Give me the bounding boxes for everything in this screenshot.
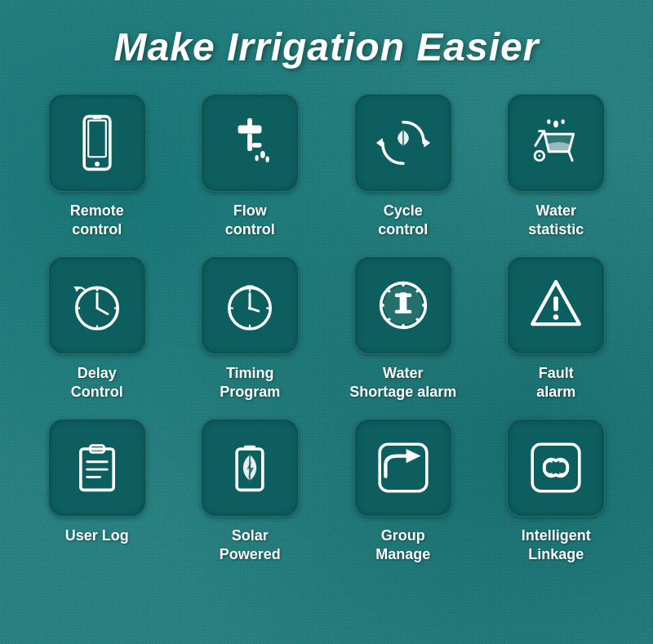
feature-water-statistic: Waterstatistic (492, 94, 621, 240)
link-icon (526, 438, 585, 497)
timing-program-label: TimingProgram (220, 364, 280, 402)
feature-timing-program: TimingProgram (186, 256, 315, 402)
svg-point-10 (266, 157, 269, 162)
water-statistic-icon-box (507, 94, 605, 192)
log-icon (68, 438, 127, 497)
svg-point-49 (388, 318, 391, 321)
svg-point-19 (562, 119, 565, 124)
intelligent-linkage-label: IntelligentLinkage (522, 526, 591, 565)
remote-control-icon-box (48, 94, 146, 192)
svg-point-9 (255, 155, 259, 161)
svg-point-50 (415, 318, 419, 321)
phone-icon (68, 113, 127, 172)
remote-control-label: Remotecontrol (70, 202, 124, 240)
feature-cycle-control: Cyclecontrol (339, 94, 468, 240)
cart-icon (526, 113, 585, 172)
feature-intelligent-linkage: IntelligentLinkage (492, 419, 621, 565)
user-log-icon-box (48, 419, 146, 517)
warning-icon (526, 276, 585, 335)
svg-point-53 (553, 314, 558, 319)
svg-rect-42 (395, 310, 411, 313)
cycle-control-icon-box (354, 94, 452, 192)
feature-remote-control: Remotecontrol (33, 94, 162, 240)
intelligent-linkage-icon-box (507, 419, 605, 517)
svg-rect-5 (247, 118, 252, 127)
page-title: Make Irrigation Easier (114, 24, 540, 69)
svg-point-8 (260, 151, 265, 158)
main-container: Make Irrigation Easier Remotecontrol (0, 0, 653, 644)
clock-icon (220, 276, 279, 335)
share-icon (374, 438, 433, 497)
flow-control-label: Flowcontrol (225, 202, 275, 240)
svg-point-2 (95, 162, 100, 167)
svg-point-43 (402, 282, 405, 286)
cycle-icon (374, 113, 433, 172)
user-log-label: User Log (65, 526, 129, 545)
svg-rect-52 (553, 296, 558, 311)
feature-fault-alarm: Faultalarm (492, 256, 621, 402)
svg-rect-63 (532, 444, 580, 491)
svg-point-33 (248, 306, 251, 309)
solar-powered-icon-box (201, 419, 299, 517)
solar-powered-label: SolarPowered (220, 526, 281, 565)
solar-icon (220, 438, 279, 497)
feature-group-manage: GroupManage (339, 419, 468, 565)
svg-marker-12 (376, 138, 383, 148)
features-grid: Remotecontrol (33, 94, 620, 564)
svg-point-18 (547, 119, 550, 124)
svg-line-13 (535, 131, 544, 146)
delay-control-icon-box (48, 256, 146, 354)
feature-water-shortage: WaterShortage alarm (339, 256, 468, 402)
water-statistic-label: Waterstatistic (528, 202, 584, 240)
flow-control-icon-box (201, 94, 299, 192)
shortage-icon (374, 276, 433, 335)
svg-point-47 (388, 290, 391, 293)
feature-solar-powered: SolarPowered (186, 419, 315, 565)
svg-point-48 (415, 290, 419, 293)
fault-alarm-icon-box (507, 256, 605, 354)
cycle-control-label: Cyclecontrol (378, 202, 428, 240)
fault-alarm-label: Faultalarm (536, 364, 575, 402)
svg-line-22 (97, 308, 108, 313)
svg-marker-61 (406, 449, 420, 463)
timing-program-icon-box (201, 256, 299, 354)
feature-user-log: User Log (33, 419, 162, 565)
faucet-icon (220, 113, 279, 172)
svg-rect-60 (244, 445, 255, 450)
group-manage-label: GroupManage (375, 526, 430, 565)
group-manage-icon-box (354, 419, 452, 517)
delay-clock-icon (68, 276, 127, 335)
svg-point-15 (539, 154, 541, 157)
water-shortage-label: WaterShortage alarm (349, 364, 456, 402)
delay-control-label: DelayControl (71, 364, 123, 402)
svg-rect-7 (252, 143, 262, 148)
svg-point-44 (402, 324, 405, 327)
svg-rect-41 (395, 293, 411, 296)
water-shortage-icon-box (354, 256, 452, 354)
svg-line-16 (569, 152, 572, 161)
svg-rect-1 (88, 121, 106, 158)
feature-flow-control: Flowcontrol (186, 94, 315, 240)
feature-delay-control: DelayControl (33, 256, 162, 402)
svg-rect-4 (238, 125, 262, 133)
svg-point-45 (380, 304, 384, 307)
svg-point-17 (553, 121, 558, 128)
svg-point-46 (422, 304, 425, 307)
svg-marker-11 (424, 138, 430, 148)
svg-rect-6 (247, 133, 252, 151)
